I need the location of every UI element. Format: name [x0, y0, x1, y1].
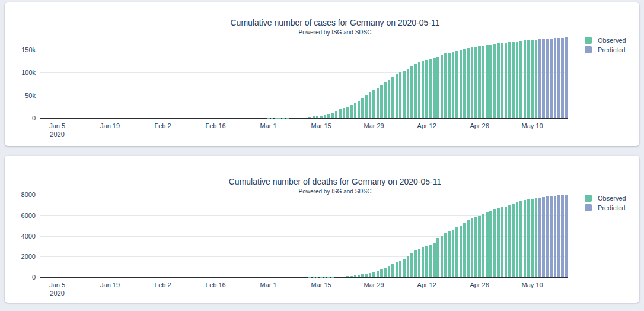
bar [331, 113, 333, 118]
bar [354, 103, 356, 118]
bar [365, 274, 368, 277]
bar [358, 101, 360, 118]
bar [516, 42, 518, 118]
y-tick-label: 4000 [6, 233, 36, 240]
bar [486, 45, 488, 118]
bar [377, 88, 379, 118]
bar [361, 274, 364, 277]
bar [320, 116, 322, 118]
bar [550, 39, 552, 118]
x-tick-label: May 10 [508, 122, 557, 130]
bar [550, 196, 552, 277]
bar [414, 64, 416, 118]
x-tick-label: Feb 16 [191, 281, 241, 289]
x-tick-label: Jan 19 [85, 281, 135, 289]
predicted-swatch-icon [585, 204, 592, 211]
bar [463, 223, 466, 277]
x-tick-label: Apr 12 [402, 281, 452, 289]
bar [455, 227, 458, 277]
bar [350, 105, 352, 118]
bar [471, 218, 473, 277]
legend-item-observed[interactable]: Observed [585, 195, 639, 202]
x-tick-label: Mar 29 [349, 122, 399, 130]
bar [505, 207, 507, 277]
bar [301, 118, 304, 118]
bar [508, 42, 511, 118]
bar [354, 275, 356, 277]
bar [335, 111, 337, 118]
y-tick-label: 100k [6, 69, 36, 77]
bar [512, 204, 515, 277]
bar [346, 276, 349, 277]
x-tick-label: Mar 15 [297, 122, 346, 130]
bar [429, 59, 432, 118]
bar [294, 118, 296, 118]
bar [436, 57, 439, 118]
bar [414, 250, 416, 277]
x-tick-label: Mar 29 [349, 281, 399, 289]
bar [327, 114, 330, 118]
deaths-chart-card: Cumulative number of deaths for Germany … [5, 156, 639, 303]
bar [391, 77, 394, 118]
chart-title: Cumulative number of deaths for Germany … [34, 177, 636, 186]
bar [422, 61, 424, 118]
bar [524, 40, 526, 118]
bar [538, 39, 541, 118]
bar [467, 220, 469, 277]
x-tick-label: Jan 52020 [33, 122, 82, 138]
bar [444, 53, 447, 118]
bar [561, 38, 563, 118]
bar [527, 199, 530, 277]
legend-item-predicted[interactable]: Predicted [585, 46, 639, 53]
bar [538, 198, 541, 277]
bar [350, 276, 352, 277]
x-tick-label: Apr 26 [455, 122, 505, 130]
bar [455, 51, 458, 118]
bar [444, 233, 447, 277]
bar [546, 39, 549, 118]
bar [501, 43, 503, 118]
bar [407, 69, 409, 118]
bar [425, 246, 428, 277]
legend-item-predicted[interactable]: Predicted [585, 204, 639, 211]
bar [478, 216, 480, 277]
bar [335, 277, 337, 277]
bar [452, 230, 454, 277]
bar [474, 47, 477, 118]
bar [396, 74, 398, 118]
bar [297, 118, 299, 118]
bar [527, 40, 530, 119]
bar [441, 236, 443, 277]
bar [489, 45, 492, 118]
x-tick-label: Mar 1 [244, 281, 294, 289]
x-tick-label: Jan 19 [85, 122, 135, 130]
bar [377, 271, 379, 277]
bar [365, 95, 368, 118]
bar [557, 38, 560, 118]
y-tick-label: 150k [6, 46, 36, 54]
bar [422, 247, 424, 277]
bar [519, 201, 522, 277]
legend-item-observed[interactable]: Observed [585, 37, 639, 44]
bar [460, 226, 462, 277]
bar [531, 199, 533, 277]
bar [396, 262, 398, 277]
bar [339, 277, 341, 277]
bar [316, 116, 318, 118]
bar [471, 47, 473, 118]
x-tick-label: Mar 15 [297, 281, 346, 289]
bar [441, 55, 443, 118]
x-tick-label: Apr 12 [402, 122, 452, 130]
bar [369, 273, 371, 277]
bar [542, 39, 544, 118]
bar [418, 249, 420, 277]
plot-area[interactable]: 050k100k150kJan 52020Jan 19Feb 2Feb 16Ma… [40, 34, 568, 119]
legend: Observed Predicted [585, 195, 639, 214]
bar [482, 214, 484, 277]
bar [380, 269, 382, 277]
bar [403, 71, 405, 118]
bar [361, 98, 364, 118]
bar [346, 107, 349, 118]
x-tick-label: Mar 1 [244, 122, 294, 130]
plot-area[interactable]: 02000400060008000Jan 52020Jan 19Feb 2Feb… [40, 193, 568, 278]
